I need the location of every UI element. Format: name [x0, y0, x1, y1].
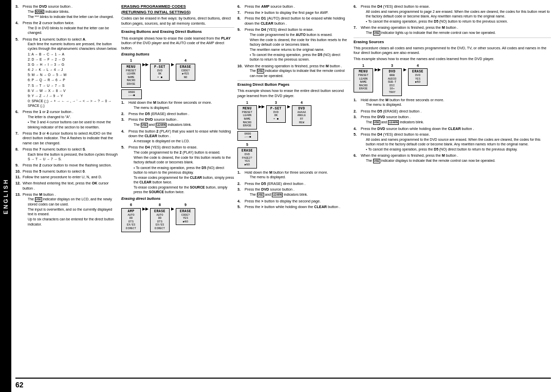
erase-sources-text: This procedure clears all codes and name… [354, 46, 551, 55]
col2-step1: 1. Hold down the M button for three seco… [121, 100, 234, 110]
col3-b-step5: 5. Press the > button while holding down… [237, 204, 350, 210]
lcd-row2: 6 AMP AUTO DD DTS EX/ES DIRECT ▶▶ 8 [121, 202, 234, 232]
lcd-num3: 0600 ☆−−■ [237, 131, 258, 141]
step-5: 5. Press the 1 numeric button to select … [15, 37, 118, 109]
erasing-buttons-label: Erasing buttons [121, 52, 234, 57]
lcd-menu4: MENU PRESET LEARN NAME MACRO ERASE [354, 68, 373, 92]
step-11: 11. Follow the same procedure to enter U… [15, 175, 118, 180]
lcd-number: 0600 ☆−−■ [121, 89, 142, 99]
lcd-erase3: ERASE CODE? YES ▶NO [176, 208, 195, 226]
col3-b-step4: 4. Press the > button to display the sec… [237, 199, 350, 204]
divider3 [354, 38, 551, 38]
erase-pages-title: Erasing Direct Button Pages [237, 82, 350, 87]
main-content: 3. Press the DVD source button . The NAM… [11, 0, 555, 392]
lcd-pset3: P-SET DVD OK = ■ [266, 105, 286, 123]
lcd-row1: 1 MENU PRESET LEARN NAME MACRO ERASE ▶▶ … [121, 58, 234, 87]
col3-b-step3: 3. Press the DVD source button . The USE… [237, 187, 350, 197]
col4-b-step3: 3. Press the DVD source button . The USE… [354, 115, 551, 125]
col2-step2: 2. Press the D5 (ERASE) direct button . [121, 111, 234, 117]
lcd-pset: P-SET DVD OK = ■ [150, 64, 170, 81]
step-10: 10. Press the 5 numeric button to select… [15, 169, 118, 174]
col4-step7: 7. When the erasing operation is finishe… [354, 25, 551, 35]
lcd-row4: 1 MENU PRESET LEARN NAME MACRO ERASE ▶▶ … [354, 63, 551, 96]
divider [121, 27, 234, 28]
col3-step8: 8. Press the D1 (AUTO) direct button to … [237, 16, 350, 26]
page-container: ENGLISH 3. Press the DVD source button .… [0, 0, 555, 392]
lcd-erase4: ERASE DVD YES ▶NO [408, 68, 428, 86]
col3-step7: 7. Press the > button to display the fir… [237, 10, 350, 15]
col3-step6: 6. Press the AMP source button . [237, 4, 350, 9]
step-4: 4. Press the 2 cursor button twice. The … [15, 21, 118, 35]
erase-buttons-text: This example shows how to erase the code… [121, 36, 234, 51]
lcd-dvd4: DVD BBB AUDIO SUB-T DSI 10+ TRAY [382, 68, 402, 96]
col2: ERASING PROGRAMMED CODES(RETURNING TO IN… [121, 4, 234, 376]
step-3: 3. Press the DVD source button . The NAM… [15, 4, 118, 20]
col4-b-step5: 5. Press the D4 (YES) direct button to e… [354, 132, 551, 152]
lcd-menu3: MENU PRESET LEARN NAME MACRO ERASE [237, 105, 257, 129]
col3-b-step2: 2. Press the D5 (ERASE) direct button . [237, 181, 350, 186]
col4-b-step2: 2. Press the D5 (ERASE) direct button . [354, 109, 551, 114]
lcd-menu: MENU PRESET LEARN NAME MACRO ERASE [121, 64, 141, 88]
step-6: 6. Press the 1 or 2 cursor button . The … [15, 109, 118, 129]
page-number: 62 [15, 381, 24, 389]
step-9: 9. Press the 2 cursor button to move the… [15, 163, 118, 168]
col4: 6. Press the D4 (YES) direct button to e… [354, 4, 551, 376]
col4-step6: 6. Press the D4 (YES) direct button to e… [354, 4, 551, 24]
sidebar: ENGLISH [0, 0, 11, 392]
lcd-erase1: ERASE CODE? ▶YES NO [176, 64, 195, 81]
erase-pages-text: This example shows how to erase the enti… [237, 88, 350, 98]
col3-b-step1: 1. Hold down the M button for three seco… [237, 170, 350, 180]
divider2 [237, 80, 350, 81]
col4-b-step6: 6. When the erasing operation is finishe… [354, 153, 551, 163]
step-12: 12. When finished entering the text, pre… [15, 181, 118, 191]
section-erase-title: ERASING PROGRAMMED CODES(RETURNING TO IN… [121, 4, 234, 15]
col1: 3. Press the DVD source button . The NAM… [15, 4, 118, 376]
lcd-row3: 1 MENU PRESET LEARN NAME MACRO ERASE ▶▶ … [237, 100, 350, 129]
lcd-dvd3: DVD AAAAA ANGLE FF REW [292, 105, 311, 126]
col4-b-step4: 4. Press the DVD source button while hol… [354, 126, 551, 132]
footer: 62 [15, 378, 551, 389]
col2-step5: 5. Press the D4 (YES) direct button to e… [121, 145, 234, 195]
lcd-erase5: ERASE DVD PAGE2? YES ▶NO [237, 147, 257, 168]
col2-step4: 4. Press the button 2 (PLAY) that you wa… [121, 129, 234, 144]
step-13: 13. Press the M button . The USE indicat… [15, 192, 118, 227]
sidebar-label: ENGLISH [3, 178, 9, 214]
lcd-amp: AMP AUTO DD DTS EX/ES DIRECT [121, 208, 141, 232]
col3-step10: 10. When the erasing operation is finish… [237, 64, 350, 79]
columns: 3. Press the DVD source button . The NAM… [15, 4, 551, 376]
lcd-erase2: ERASE AUTO DD DTS EX/ES DIRECT [150, 208, 170, 232]
col2-step3: 3. Press the DVD source button . The USE… [121, 117, 234, 127]
erase-buttons-title: Erasing Buttons and Erasing Direct Butto… [121, 29, 234, 34]
erase-intro: Codes can be erased in five ways: by but… [121, 16, 234, 26]
erasing-direct-label: Erasing direct buttons [121, 196, 234, 201]
col4-b-step1: 1. Hold down the M button for three seco… [354, 98, 551, 108]
col3: 6. Press the AMP source button . 7. Pres… [237, 4, 350, 376]
step-7: 7. Press the 3 or 4 cursor buttons to se… [15, 131, 118, 146]
erase-sources-text2: This example shows how to erase the name… [354, 57, 551, 62]
erase-sources-title: Erasing Sources [354, 40, 551, 45]
col3-step9: 9. Press the D4 (YES) direct button to e… [237, 27, 350, 63]
step-8: 8. Press the 7 numeric button to select … [15, 147, 118, 162]
